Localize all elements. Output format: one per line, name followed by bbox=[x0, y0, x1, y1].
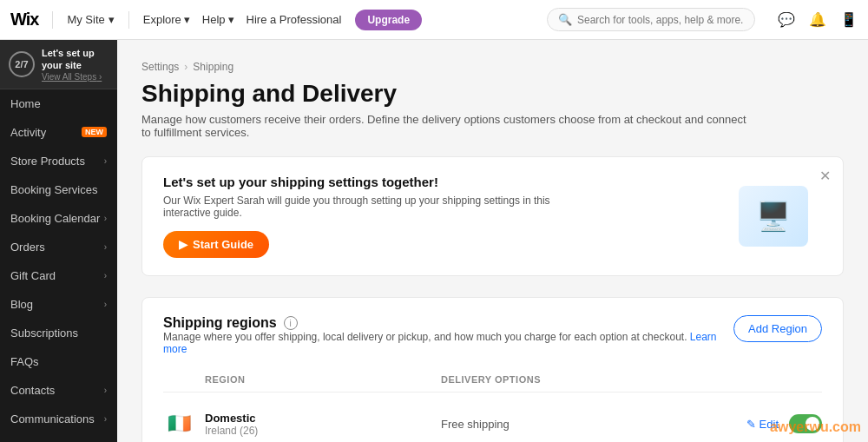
sidebar-item-orders[interactable]: Orders › bbox=[0, 233, 117, 261]
domestic-delivery-options: Free shipping bbox=[441, 418, 746, 431]
banner-image: 🖥️ bbox=[739, 186, 808, 247]
main-layout: 2/7 Let's set up your site View All Step… bbox=[0, 40, 868, 442]
shipping-regions-desc: Manage where you offer shipping, local d… bbox=[163, 331, 733, 355]
shipping-regions-title: Shipping regions bbox=[163, 315, 277, 331]
sidebar-item-store-products[interactable]: Store Products › bbox=[0, 147, 117, 175]
close-banner-button[interactable]: ✕ bbox=[819, 168, 831, 184]
col-delivery-header: DELIVERY OPTIONS bbox=[441, 374, 822, 385]
chevron-right-icon: › bbox=[104, 414, 107, 424]
upgrade-button[interactable]: Upgrade bbox=[355, 10, 422, 30]
chevron-right-icon: › bbox=[104, 156, 107, 166]
add-region-button[interactable]: Add Region bbox=[733, 315, 822, 342]
banner-desc: Our Wix Expert Sarah will guide you thro… bbox=[163, 195, 597, 219]
nav-links: Explore▾ Help▾ Hire a Professional bbox=[143, 13, 342, 26]
sidebar-item-booking-calendar[interactable]: Booking Calendar › bbox=[0, 204, 117, 233]
banner-content: Let's set up your shipping settings toge… bbox=[163, 175, 597, 258]
my-site-button[interactable]: My Site ▾ bbox=[67, 13, 114, 26]
chevron-right-icon: › bbox=[104, 271, 107, 280]
nav-divider bbox=[52, 11, 53, 29]
sidebar-item-automations[interactable]: Automations bbox=[0, 433, 117, 442]
phone-icon[interactable]: 📱 bbox=[840, 11, 858, 28]
wix-logo: Wix bbox=[10, 10, 38, 30]
help-nav-link[interactable]: Help▾ bbox=[202, 13, 234, 26]
setup-banner: Let's set up your shipping settings toge… bbox=[141, 156, 844, 276]
chevron-right-icon: › bbox=[104, 386, 107, 395]
pencil-icon: ✎ bbox=[746, 418, 756, 431]
start-guide-button[interactable]: ▶ Start Guide bbox=[163, 231, 269, 258]
sidebar-item-subscriptions[interactable]: Subscriptions bbox=[0, 319, 117, 347]
my-site-label: My Site bbox=[67, 13, 104, 26]
page-subtitle: Manage how customers receive their order… bbox=[141, 113, 749, 139]
sidebar-item-home[interactable]: Home bbox=[0, 89, 117, 118]
bell-icon[interactable]: 🔔 bbox=[809, 11, 826, 28]
domestic-edit-button[interactable]: ✎ Edit bbox=[746, 418, 779, 431]
sidebar-item-blog[interactable]: Blog › bbox=[0, 290, 117, 319]
start-guide-icon: ▶ bbox=[179, 238, 187, 251]
info-icon[interactable]: i bbox=[284, 316, 298, 330]
chevron-right-icon: › bbox=[104, 242, 107, 252]
domestic-region-sub: Ireland (26) bbox=[205, 425, 441, 437]
nav-divider-2 bbox=[128, 11, 129, 29]
banner-illustration-icon: 🖥️ bbox=[756, 200, 791, 233]
regions-table-header: REGION DELIVERY OPTIONS bbox=[163, 374, 822, 393]
breadcrumb-separator: › bbox=[184, 61, 187, 73]
domestic-region-name: Domestic bbox=[205, 412, 441, 425]
activity-badge: NEW bbox=[82, 127, 107, 137]
setup-progress-circle: 2/7 bbox=[9, 51, 35, 77]
region-row-domestic: 🇮🇪 Domestic Ireland (26) Free shipping ✎… bbox=[163, 396, 822, 442]
chat-icon[interactable]: 💬 bbox=[778, 11, 795, 28]
sidebar-item-activity[interactable]: Activity NEW bbox=[0, 118, 117, 147]
main-content: Settings › Shipping Shipping and Deliver… bbox=[117, 40, 868, 442]
col-region-header: REGION bbox=[163, 374, 441, 385]
search-icon: 🔍 bbox=[558, 13, 572, 26]
sidebar-item-faqs[interactable]: FAQs bbox=[0, 347, 117, 376]
domestic-toggle[interactable] bbox=[789, 414, 822, 433]
nav-icons: 💬 🔔 📱 bbox=[778, 11, 858, 28]
shipping-regions-section: Shipping regions i Manage where you offe… bbox=[141, 297, 844, 442]
banner-title: Let's set up your shipping settings toge… bbox=[163, 175, 597, 189]
chevron-right-icon: › bbox=[104, 300, 107, 309]
sidebar: 2/7 Let's set up your site View All Step… bbox=[0, 40, 117, 442]
chevron-down-icon: ▾ bbox=[108, 13, 115, 26]
sidebar-item-contacts[interactable]: Contacts › bbox=[0, 376, 117, 405]
domestic-region-actions: ✎ Edit bbox=[746, 414, 822, 433]
section-title-row: Shipping regions i bbox=[163, 315, 733, 331]
search-input[interactable] bbox=[577, 14, 744, 26]
shipping-regions-header: Shipping regions i Manage where you offe… bbox=[163, 315, 822, 369]
chevron-right-icon: › bbox=[104, 214, 107, 223]
sidebar-item-booking-services[interactable]: Booking Services bbox=[0, 175, 117, 204]
top-navigation: Wix My Site ▾ Explore▾ Help▾ Hire a Prof… bbox=[0, 0, 868, 40]
sidebar-item-gift-card[interactable]: Gift Card › bbox=[0, 261, 117, 290]
hire-nav-link[interactable]: Hire a Professional bbox=[247, 13, 342, 26]
toggle-knob bbox=[806, 417, 819, 431]
view-all-steps-link[interactable]: View All Steps › bbox=[42, 72, 108, 82]
setup-text-block: Let's set up your site View All Steps › bbox=[42, 47, 108, 82]
shipping-regions-title-block: Shipping regions i Manage where you offe… bbox=[163, 315, 733, 369]
explore-nav-link[interactable]: Explore▾ bbox=[143, 13, 190, 26]
setup-progress-bar[interactable]: 2/7 Let's set up your site View All Step… bbox=[0, 40, 117, 89]
breadcrumb-settings[interactable]: Settings bbox=[141, 61, 179, 73]
page-title: Shipping and Delivery bbox=[141, 80, 844, 108]
search-bar[interactable]: 🔍 bbox=[547, 8, 755, 31]
ireland-flag: 🇮🇪 bbox=[163, 408, 194, 439]
breadcrumb: Settings › Shipping bbox=[141, 61, 844, 73]
setup-title: Let's set up your site bbox=[42, 47, 108, 72]
breadcrumb-current: Shipping bbox=[193, 61, 233, 73]
domestic-region-info: Domestic Ireland (26) bbox=[205, 412, 441, 437]
sidebar-item-communications[interactable]: Communications › bbox=[0, 405, 117, 433]
